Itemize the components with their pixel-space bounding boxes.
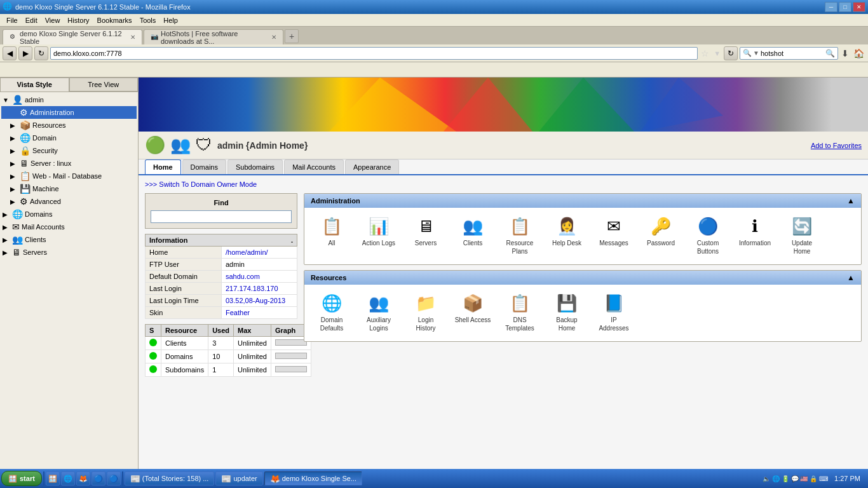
sidebar-item-server[interactable]: ▶ 🖥 Server : linux	[1, 157, 137, 170]
start-button[interactable]: 🪟 start	[1, 471, 42, 486]
res-icon-shellaccess[interactable]: 📦 Shell Access	[451, 290, 495, 336]
info-link-skin[interactable]: Feather	[226, 309, 250, 316]
admin-icon-custombuttons[interactable]: 🔵 Custom Buttons	[686, 213, 730, 259]
page-tab-appearance[interactable]: Appearance	[345, 159, 399, 174]
search-go-button[interactable]: 🔍	[825, 49, 835, 58]
admin-icon-updatehome[interactable]: 🔄 Update Home	[780, 213, 824, 259]
main-layout: Vista Style Tree View ▼ 👤 admin ⚙ Admini…	[0, 78, 868, 488]
info-link-home[interactable]: /home/admin/	[226, 248, 268, 256]
info-link-lastlogintime[interactable]: 03.52,08-Aug-2013	[226, 297, 285, 304]
taskbar-item-updater[interactable]: 📰 updater	[215, 471, 262, 485]
admin-icon-clients[interactable]: 👥 Clients	[451, 213, 495, 259]
sidebar-item-administration[interactable]: ⚙ Administration	[1, 106, 137, 119]
sidebar-label-webmaildb: Web - Mail - Database	[32, 172, 102, 180]
tab-close-0[interactable]: ✕	[130, 34, 135, 41]
sidebar-item-machine[interactable]: ▶ 💾 Machine	[1, 182, 137, 195]
admin-icon-servers[interactable]: 🖥 Servers	[403, 213, 448, 259]
sidebar-tab-tree[interactable]: Tree View	[69, 78, 139, 92]
collapse-resources-button[interactable]: ▲	[847, 273, 855, 282]
taskbar-item-stories[interactable]: 📰 (Total Stories: 158) ...	[125, 471, 215, 485]
updatehome-icon: 🔄	[792, 217, 812, 236]
info-link-lastlogin[interactable]: 217.174.183.170	[226, 285, 278, 292]
left-panel: Find Information . Home	[145, 193, 297, 377]
res-icon-ipaddresses[interactable]: 📘 IP Addresses	[592, 290, 636, 336]
bookmark-star2[interactable]: ▼	[714, 50, 721, 57]
forward-button[interactable]: ▶	[18, 46, 32, 60]
sidebar-item-webmaildb[interactable]: ▶ 📋 Web - Mail - Database	[1, 170, 137, 182]
new-tab-button[interactable]: +	[285, 29, 299, 43]
res-icon-domaindefaults[interactable]: 🌐 Domain Defaults	[309, 290, 354, 336]
domaindefaults-label: Domain Defaults	[313, 316, 350, 332]
resources-icons: 🌐 Domain Defaults 👥 Auxiliary Logins 📁 L…	[304, 285, 861, 341]
admin-icon-resourceplans[interactable]: 📋 Resource Plans	[498, 213, 542, 259]
close-button[interactable]: ✕	[853, 2, 865, 12]
sidebar-item-admin[interactable]: ▼ 👤 admin	[1, 93, 137, 106]
page-tab-home[interactable]: Home	[145, 159, 181, 174]
res-icon-backuphome[interactable]: 💾 Backup Home	[545, 290, 589, 336]
collapse-admin-button[interactable]: ▲	[847, 196, 855, 205]
search-input[interactable]	[761, 50, 824, 57]
find-input[interactable]	[151, 210, 292, 223]
page-header-left: 🟢 👥 🛡 admin {Admin Home}	[145, 135, 308, 155]
url-input[interactable]	[50, 47, 698, 60]
sidebar-item-advanced[interactable]: ▶ ⚙ Advanced	[1, 195, 137, 208]
sidebar-item-servers[interactable]: ▶ 🖥 Servers	[1, 246, 137, 259]
sidebar-item-resources[interactable]: ▶ 📦 Resources	[1, 119, 137, 132]
admin-icon-all[interactable]: 📋 All	[309, 213, 354, 259]
maximize-button[interactable]: □	[839, 2, 851, 12]
sidebar-item-domain[interactable]: ▶ 🌐 Domain	[1, 132, 137, 144]
res-icon-loginhistory[interactable]: 📁 Login History	[403, 290, 448, 336]
res-icon-auxiliarylogins[interactable]: 👥 Auxiliary Logins	[356, 290, 401, 336]
resource-table: S Resource Used Max Graph Clients	[145, 324, 311, 377]
admin-icon-actionlogs[interactable]: 📊 Action Logs	[356, 213, 401, 259]
taskbar-item-quicklaunch1[interactable]: 🪟	[46, 471, 60, 485]
menu-file[interactable]: File	[3, 15, 22, 25]
admin-icon-messages[interactable]: ✉ Messages	[592, 213, 636, 259]
res-status-clients	[146, 337, 161, 350]
minimize-button[interactable]: ─	[825, 2, 837, 12]
res-icon-dnstemplates[interactable]: 📋 DNS Templates	[498, 290, 542, 336]
download-button[interactable]: ⬇	[841, 48, 849, 58]
messages-label: Messages	[599, 239, 628, 247]
browser-tab-0[interactable]: ⚙ demo Kloxo Single Server 6.1.12 Stable…	[3, 29, 142, 44]
admin-icon-information[interactable]: ℹ Information	[733, 213, 777, 259]
info-link-defaultdomain[interactable]: sahdu.com	[226, 273, 260, 280]
admin-icon-password[interactable]: 🔑 Password	[639, 213, 683, 259]
back-button[interactable]: ◀	[3, 46, 17, 60]
taskbar-item-quicklaunch5[interactable]: 🔵	[107, 471, 121, 485]
sidebar-item-domains[interactable]: ▶ 🌐 Domains	[1, 208, 137, 220]
bookmark-star[interactable]: ☆	[701, 48, 709, 58]
menu-edit[interactable]: Edit	[22, 15, 41, 25]
taskbar-sep-1	[43, 471, 44, 485]
reload-button[interactable]: ↻	[34, 46, 48, 60]
tab-close-1[interactable]: ✕	[271, 34, 276, 41]
sidebar-label-server: Server : linux	[31, 159, 71, 167]
taskbar-item-quicklaunch3[interactable]: 🦊	[76, 471, 90, 485]
browser-tab-1[interactable]: 📷 HotShots | Free software downloads at …	[144, 29, 283, 44]
resources-panel-header[interactable]: Resources ▲	[304, 271, 861, 285]
sidebar-tab-vista[interactable]: Vista Style	[0, 78, 69, 92]
taskbar-item-quicklaunch4[interactable]: 🔵	[92, 471, 105, 485]
switch-to-domain-owner-link[interactable]: >>> Switch To Domain Owner Mode	[145, 180, 862, 188]
add-favorites-link[interactable]: Add to Favorites	[811, 142, 862, 149]
resources-icon: 📦	[20, 120, 31, 130]
administration-panel-header[interactable]: Administration ▲	[304, 194, 861, 208]
menu-help[interactable]: Help	[159, 15, 182, 25]
taskbar-item-quicklaunch2[interactable]: 🌐	[61, 471, 75, 485]
menu-tools[interactable]: Tools	[136, 15, 160, 25]
sidebar-item-clients[interactable]: ▶ 👥 Clients	[1, 233, 137, 246]
menu-view[interactable]: View	[41, 15, 64, 25]
res-name-clients: Clients	[161, 337, 208, 350]
admin-icon-helpdesk[interactable]: 👩‍💼 Help Desk	[545, 213, 589, 259]
taskbar-item-kloxo[interactable]: 🦊 demo Kloxo Single Se...	[264, 471, 362, 485]
page-tab-domains[interactable]: Domains	[182, 159, 226, 174]
home-button[interactable]: 🏠	[853, 48, 864, 58]
expand-icon: ▶	[10, 135, 18, 142]
sidebar-item-mailaccounts[interactable]: ▶ ✉ Mail Accounts	[1, 220, 137, 233]
sidebar-item-security[interactable]: ▶ 🔒 Security	[1, 144, 137, 157]
page-tab-mailaccounts[interactable]: Mail Accounts	[284, 159, 344, 174]
menu-bookmarks[interactable]: Bookmarks	[93, 15, 136, 25]
menu-history[interactable]: History	[64, 15, 93, 25]
refresh-button[interactable]: ↻	[724, 46, 738, 60]
page-tab-subdomains[interactable]: Subdomains	[227, 159, 283, 174]
